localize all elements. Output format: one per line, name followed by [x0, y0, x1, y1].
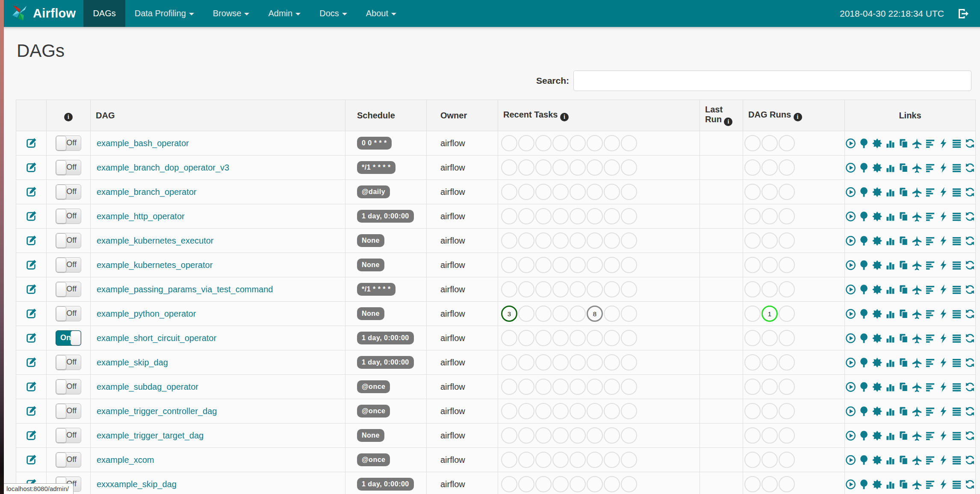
nav-item-browse[interactable]: Browse [204, 0, 259, 27]
task-tries-icon[interactable] [898, 138, 909, 149]
landing-times-icon[interactable] [912, 162, 922, 173]
graph-view-icon[interactable] [872, 162, 883, 173]
landing-times-icon[interactable] [912, 284, 922, 295]
trigger-dag-icon[interactable] [845, 284, 856, 295]
dag-link[interactable]: example_xcom [97, 455, 154, 465]
task-tries-icon[interactable] [898, 382, 909, 392]
gantt-icon[interactable] [925, 309, 936, 319]
tree-view-icon[interactable] [859, 162, 869, 173]
dag-link[interactable]: example_trigger_target_dag [97, 431, 204, 440]
graph-view-icon[interactable] [872, 211, 883, 222]
refresh-icon[interactable] [965, 284, 975, 295]
task-tries-icon[interactable] [898, 211, 909, 222]
edit-dag-icon[interactable] [25, 453, 38, 466]
task-tries-icon[interactable] [898, 260, 909, 271]
task-duration-icon[interactable] [885, 284, 896, 295]
trigger-dag-icon[interactable] [845, 309, 856, 319]
dag-pause-toggle[interactable]: Off [56, 355, 81, 370]
trigger-dag-icon[interactable] [845, 211, 856, 222]
trigger-dag-icon[interactable] [845, 187, 856, 197]
task-duration-icon[interactable] [885, 406, 896, 417]
tree-view-icon[interactable] [859, 382, 869, 392]
trigger-dag-icon[interactable] [845, 260, 856, 271]
dag-pause-toggle[interactable]: Off [56, 209, 81, 224]
graph-view-icon[interactable] [872, 187, 883, 197]
refresh-icon[interactable] [965, 211, 975, 222]
gantt-icon[interactable] [925, 455, 936, 465]
task-tries-icon[interactable] [898, 357, 909, 368]
task-duration-icon[interactable] [885, 479, 896, 490]
landing-times-icon[interactable] [912, 260, 922, 271]
landing-times-icon[interactable] [912, 138, 922, 149]
gantt-icon[interactable] [925, 162, 936, 173]
task-tries-icon[interactable] [898, 187, 909, 197]
gantt-icon[interactable] [925, 260, 936, 271]
tree-view-icon[interactable] [859, 455, 869, 465]
refresh-icon[interactable] [965, 333, 975, 344]
task-tries-icon[interactable] [898, 333, 909, 344]
trigger-dag-icon[interactable] [845, 406, 856, 417]
edit-dag-icon[interactable] [25, 234, 38, 247]
landing-times-icon[interactable] [912, 187, 922, 197]
nav-item-admin[interactable]: Admin [259, 0, 310, 27]
refresh-icon[interactable] [965, 357, 975, 368]
landing-times-icon[interactable] [912, 357, 922, 368]
dag-pause-toggle[interactable]: Off [56, 233, 81, 248]
edit-dag-icon[interactable] [25, 283, 38, 296]
gantt-icon[interactable] [925, 382, 936, 392]
edit-dag-icon[interactable] [25, 356, 38, 369]
code-view-icon[interactable] [938, 455, 949, 465]
task-duration-icon[interactable] [885, 235, 896, 246]
task-tries-icon[interactable] [898, 235, 909, 246]
gantt-icon[interactable] [925, 430, 936, 441]
edit-dag-icon[interactable] [25, 259, 38, 271]
trigger-dag-icon[interactable] [845, 235, 856, 246]
dag-pause-toggle[interactable]: Off [56, 452, 81, 468]
dag-link[interactable]: example_kubernetes_executor [97, 236, 214, 245]
tree-view-icon[interactable] [859, 235, 869, 246]
logs-icon[interactable] [951, 211, 962, 222]
logs-icon[interactable] [951, 260, 962, 271]
dag-link[interactable]: example_branch_operator [97, 187, 197, 197]
landing-times-icon[interactable] [912, 479, 922, 490]
dag-run-state-circle[interactable]: 1 [762, 306, 778, 322]
search-input[interactable] [573, 71, 971, 91]
landing-times-icon[interactable] [912, 382, 922, 392]
refresh-icon[interactable] [965, 309, 975, 319]
gantt-icon[interactable] [925, 357, 936, 368]
nav-item-data-profiling[interactable]: Data Profiling [125, 0, 204, 27]
dag-link[interactable]: example_branch_dop_operator_v3 [97, 163, 229, 172]
gantt-icon[interactable] [925, 235, 936, 246]
refresh-icon[interactable] [965, 235, 975, 246]
refresh-icon[interactable] [965, 382, 975, 392]
task-duration-icon[interactable] [885, 309, 896, 319]
refresh-icon[interactable] [965, 479, 975, 490]
gantt-icon[interactable] [925, 284, 936, 295]
graph-view-icon[interactable] [872, 479, 883, 490]
tree-view-icon[interactable] [859, 479, 869, 490]
task-duration-icon[interactable] [885, 430, 896, 441]
dag-pause-toggle[interactable]: Off [56, 184, 81, 200]
task-duration-icon[interactable] [885, 138, 896, 149]
task-tries-icon[interactable] [898, 406, 909, 417]
dag-pause-toggle[interactable]: Off [56, 282, 81, 297]
dag-link[interactable]: example_short_circuit_operator [97, 333, 216, 343]
trigger-dag-icon[interactable] [845, 455, 856, 465]
dag-link[interactable]: exxxample_skip_dag [97, 479, 177, 489]
dag-link[interactable]: example_subdag_operator [97, 382, 198, 391]
task-tries-icon[interactable] [898, 455, 909, 465]
task-duration-icon[interactable] [885, 357, 896, 368]
dag-pause-toggle[interactable]: Off [56, 379, 81, 394]
edit-dag-icon[interactable] [25, 429, 38, 442]
refresh-icon[interactable] [965, 187, 975, 197]
graph-view-icon[interactable] [872, 235, 883, 246]
graph-view-icon[interactable] [872, 260, 883, 271]
edit-dag-icon[interactable] [25, 405, 38, 418]
nav-item-about[interactable]: About [357, 0, 406, 27]
dag-pause-toggle[interactable]: Off [56, 135, 81, 151]
task-tries-icon[interactable] [898, 479, 909, 490]
trigger-dag-icon[interactable] [845, 333, 856, 344]
brand-home-link[interactable]: Airflow [4, 0, 83, 27]
tree-view-icon[interactable] [859, 406, 869, 417]
logs-icon[interactable] [951, 138, 962, 149]
